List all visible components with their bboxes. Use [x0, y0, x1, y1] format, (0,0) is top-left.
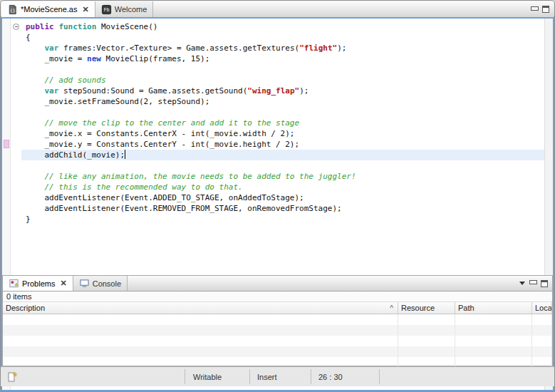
- maximize-view-button[interactable]: [541, 280, 548, 287]
- problems-table-body: [3, 314, 552, 368]
- view-tab-label: Problems: [22, 279, 55, 288]
- editor-tab-welcome[interactable]: FbWelcome: [95, 1, 154, 17]
- table-cell: [455, 314, 532, 325]
- column-header-description[interactable]: Description^: [3, 302, 398, 314]
- table-cell: [3, 336, 398, 346]
- code-line[interactable]: _movie.x = Constants.CenterX - int(_movi…: [21, 128, 544, 139]
- sort-indicator-icon: ^: [390, 304, 395, 312]
- table-cell: [532, 346, 552, 357]
- code-line[interactable]: // like any animation, the movie needs t…: [21, 171, 544, 182]
- view-tab-console[interactable]: Console: [73, 276, 128, 291]
- problems-summary: 0 items: [3, 292, 552, 302]
- code-line[interactable]: [21, 64, 544, 75]
- column-label: Resource: [401, 304, 435, 312]
- code-line[interactable]: [21, 160, 544, 171]
- view-tab-label: Console: [93, 279, 121, 288]
- table-cell: [455, 325, 532, 336]
- editor-area: {}*MovieScene.as✕FbWelcome public functi…: [1, 1, 554, 233]
- problems-tabbar: Problems✕Console: [3, 276, 552, 292]
- status-divider: [379, 369, 380, 384]
- column-label: Path: [458, 304, 474, 312]
- status-writable: Writable: [193, 367, 222, 387]
- code-line[interactable]: public function MovieScene(): [21, 21, 544, 32]
- editor-window-buttons: [527, 1, 554, 17]
- svg-text:{}: {}: [10, 7, 15, 12]
- view-menu-button[interactable]: [519, 282, 525, 285]
- close-tab-icon[interactable]: ✕: [60, 279, 66, 288]
- code-line[interactable]: // add sounds: [21, 75, 544, 86]
- code-line[interactable]: // this is the recommended way to do tha…: [21, 182, 544, 192]
- editor-tab--moviescene-as[interactable]: {}*MovieScene.as✕: [1, 1, 95, 17]
- as-file-icon: {}: [7, 4, 18, 15]
- problems-view: Problems✕Console 0 items Description^Res…: [2, 275, 553, 366]
- column-header-location[interactable]: Location: [532, 302, 552, 314]
- status-insert-mode: Insert: [257, 367, 277, 387]
- table-cell: [455, 346, 532, 357]
- code-line[interactable]: var frames:Vector.<Texture> = Game.asset…: [21, 43, 544, 53]
- svg-text:Fb: Fb: [103, 7, 109, 12]
- minimize-view-button[interactable]: [529, 280, 536, 287]
- fb-icon: Fb: [101, 4, 112, 15]
- column-header-resource[interactable]: Resource: [398, 302, 455, 314]
- table-cell: [398, 346, 455, 357]
- table-row[interactable]: [3, 346, 552, 357]
- occurrence-marker[interactable]: [4, 140, 9, 148]
- code-line[interactable]: }: [21, 214, 544, 225]
- code-line[interactable]: // move the clip to the center and add i…: [21, 118, 544, 128]
- flash-builder-window: Flash Profile - Starling-Demo-Web/[sourc…: [0, 0, 555, 392]
- table-row[interactable]: [3, 325, 552, 336]
- table-cell: [398, 325, 455, 336]
- status-cursor-position: 26 : 30: [318, 367, 343, 387]
- column-label: Location: [535, 304, 552, 312]
- table-row[interactable]: [3, 336, 552, 346]
- code-line[interactable]: var stepSound:Sound = Game.assets.getSou…: [21, 86, 544, 96]
- code-line[interactable]: _movie = new MovieClip(frames, 15);: [21, 53, 544, 64]
- table-cell: [398, 336, 455, 346]
- status-bar: Writable Insert 26 : 30: [1, 366, 554, 386]
- table-cell: [3, 346, 398, 357]
- table-cell: [532, 336, 552, 346]
- code-line[interactable]: addEventListener(Event.REMOVED_FROM_STAG…: [21, 203, 544, 214]
- table-cell: [532, 325, 552, 336]
- table-row[interactable]: [3, 314, 552, 325]
- table-cell: [455, 336, 532, 346]
- code-line[interactable]: addEventListener(Event.ADDED_TO_STAGE, o…: [21, 192, 544, 203]
- table-cell: [3, 314, 398, 325]
- text-cursor: [125, 150, 125, 159]
- code-line[interactable]: _movie.setFrameSound(2, stepSound);: [21, 96, 544, 107]
- code-line[interactable]: [21, 107, 544, 118]
- maximize-editor-button[interactable]: [542, 6, 549, 13]
- table-cell: [532, 314, 552, 325]
- code-line[interactable]: {: [21, 32, 544, 43]
- code-line[interactable]: addChild(_movie);: [21, 150, 544, 160]
- status-divider: [249, 369, 250, 384]
- view-tab-problems[interactable]: Problems✕: [3, 276, 73, 291]
- editor-tabbar: {}*MovieScene.as✕FbWelcome: [1, 1, 554, 18]
- column-label: Description: [6, 304, 45, 312]
- editor-tab-label: *MovieScene.as: [21, 5, 78, 14]
- status-divider: [185, 369, 185, 384]
- collapse-fold-icon[interactable]: [13, 24, 19, 30]
- console-icon: [79, 278, 90, 289]
- edit-mode-icon: [6, 371, 18, 383]
- problems-icon: [9, 278, 19, 289]
- code-line[interactable]: _movie.y = Constants.CenterY - int(_movi…: [21, 139, 544, 150]
- table-cell: [3, 325, 398, 336]
- problems-window-buttons: [515, 276, 552, 291]
- problems-table-header: Description^ResourcePathLocation: [3, 302, 552, 314]
- table-cell: [398, 314, 455, 325]
- close-tab-icon[interactable]: ✕: [83, 5, 89, 14]
- minimize-editor-button[interactable]: [531, 6, 538, 13]
- status-divider: [311, 369, 311, 384]
- column-header-path[interactable]: Path: [455, 302, 532, 314]
- editor-tab-label: Welcome: [115, 5, 147, 14]
